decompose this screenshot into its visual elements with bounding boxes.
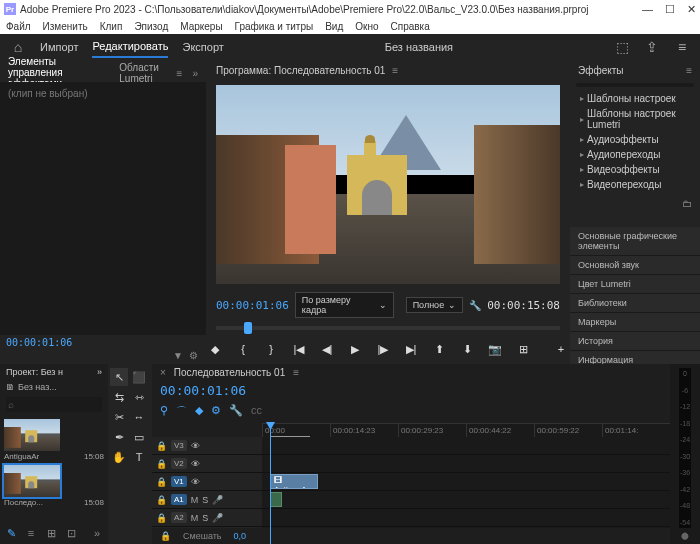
panel-graphics[interactable]: Основные графические элементы	[570, 227, 700, 256]
type-tool[interactable]: T	[130, 448, 148, 466]
selection-tool[interactable]: ↖	[110, 368, 128, 386]
snap-icon[interactable]: ⚲	[160, 404, 168, 419]
mark-in-button[interactable]: {	[234, 340, 252, 358]
project-item[interactable]: Последо...15:08	[4, 465, 104, 507]
menu-sequence[interactable]: Эпизод	[134, 21, 168, 32]
export-frame-button[interactable]: 📷	[486, 340, 504, 358]
mix-value[interactable]: 0,0	[234, 531, 247, 541]
panel-essential-sound[interactable]: Основной звук	[570, 256, 700, 275]
lock-icon[interactable]: 🔒	[156, 477, 167, 487]
close-button[interactable]: ✕	[687, 3, 696, 16]
track-v1[interactable]: V1	[171, 476, 187, 487]
folder-video-effects[interactable]: Видеоэффекты	[576, 162, 694, 177]
lock-icon[interactable]: 🔒	[156, 441, 167, 451]
timeline-timecode[interactable]: 00:00:01:06	[152, 381, 670, 400]
program-menu-icon[interactable]: ≡	[392, 65, 398, 76]
folder-audio-effects[interactable]: Аудиоэффекты	[576, 132, 694, 147]
track-a2[interactable]: A2	[171, 512, 187, 523]
project-item[interactable]: AntiguaAr15:08	[4, 419, 104, 461]
step-forward-button[interactable]: |▶	[374, 340, 392, 358]
sequence-name[interactable]: Последовательность 01	[174, 367, 285, 378]
pen-tool[interactable]: ✒	[110, 428, 128, 446]
minimize-button[interactable]: —	[642, 3, 653, 16]
menu-markers[interactable]: Маркеры	[180, 21, 222, 32]
ripple-edit-tool[interactable]: ⇆	[110, 388, 128, 406]
button-editor-icon[interactable]: +	[552, 340, 570, 358]
folder-presets[interactable]: Шаблоны настроек	[576, 91, 694, 106]
panel-menu-icon[interactable]: ≡	[177, 68, 183, 79]
freeform-view-icon[interactable]: ⊡	[64, 526, 78, 540]
eye-icon[interactable]: 👁	[191, 459, 200, 469]
panel-lumetri-color[interactable]: Цвет Lumetri	[570, 275, 700, 294]
goto-out-button[interactable]: ▶|	[402, 340, 420, 358]
project-chevron2-icon[interactable]: »	[90, 526, 104, 540]
lock-icon[interactable]: 🔒	[156, 459, 167, 469]
effects-menu-icon[interactable]: ≡	[686, 65, 692, 76]
playhead[interactable]	[270, 424, 271, 544]
filter-icon[interactable]: ▼	[173, 350, 183, 364]
menu-clip[interactable]: Клип	[100, 21, 123, 32]
panel-markers[interactable]: Маркеры	[570, 313, 700, 332]
linked-selection-icon[interactable]: ⌒	[176, 404, 187, 419]
eye-icon[interactable]: 👁	[191, 477, 200, 487]
rolling-edit-tool[interactable]: ⇿	[130, 388, 148, 406]
settings-icon[interactable]: ⚙	[189, 350, 198, 364]
effects-search[interactable]	[576, 83, 694, 87]
folder-video-transitions[interactable]: Видеопереходы	[576, 177, 694, 192]
razor-tool[interactable]: ✂	[110, 408, 128, 426]
home-icon[interactable]: ⌂	[10, 39, 26, 55]
lock-icon[interactable]: 🔒	[156, 495, 167, 505]
play-button[interactable]: ▶	[346, 340, 364, 358]
menu-file[interactable]: Файл	[6, 21, 31, 32]
slip-tool[interactable]: ↔	[130, 408, 148, 426]
track-a1[interactable]: A1	[171, 494, 187, 505]
workspace-icon[interactable]: ≡	[674, 39, 690, 55]
menu-edit[interactable]: Изменить	[43, 21, 88, 32]
maximize-button[interactable]: ☐	[665, 3, 675, 16]
extract-button[interactable]: ⬇	[458, 340, 476, 358]
menu-help[interactable]: Справка	[391, 21, 430, 32]
goto-in-button[interactable]: |◀	[290, 340, 308, 358]
lock-icon[interactable]: 🔒	[160, 531, 171, 541]
menu-window[interactable]: Окно	[355, 21, 378, 32]
mic-icon[interactable]: 🎤	[212, 513, 223, 523]
panel-libraries[interactable]: Библиотеки	[570, 294, 700, 313]
effect-controls-timecode[interactable]: 00:00:01:06	[0, 335, 206, 350]
tab-export[interactable]: Экспорт	[182, 37, 223, 57]
program-monitor[interactable]	[216, 85, 560, 284]
quality-dropdown[interactable]: Полное⌄	[406, 297, 464, 313]
step-back-button[interactable]: ◀|	[318, 340, 336, 358]
marker-icon[interactable]: ◆	[195, 404, 203, 419]
program-scrubber[interactable]	[216, 326, 560, 330]
solo-icon[interactable]: ⬤	[681, 532, 689, 540]
panel-chevron-icon[interactable]: »	[192, 68, 198, 79]
folder-audio-transitions[interactable]: Аудиопереходы	[576, 147, 694, 162]
program-timecode-in[interactable]: 00:00:01:06	[216, 299, 289, 312]
folder-lumetri-presets[interactable]: Шаблоны настроек Lumetri	[576, 106, 694, 132]
menu-graphics[interactable]: Графика и титры	[235, 21, 314, 32]
hand-tool[interactable]: ✋	[110, 448, 128, 466]
panel-history[interactable]: История	[570, 332, 700, 351]
cc-icon[interactable]: cc	[251, 404, 262, 419]
wrench-icon[interactable]: 🔧	[469, 300, 481, 311]
mic-icon[interactable]: 🎤	[212, 495, 223, 505]
lock-icon[interactable]: 🔒	[156, 513, 167, 523]
pen-icon[interactable]: ✎	[4, 526, 18, 540]
add-marker-button[interactable]: ◆	[206, 340, 224, 358]
compare-button[interactable]: ⊞	[514, 340, 532, 358]
audio-clip[interactable]	[270, 492, 282, 507]
wrench-icon[interactable]: 🔧	[229, 404, 243, 419]
share-icon[interactable]: ⇪	[644, 39, 660, 55]
project-chevron-icon[interactable]: »	[97, 367, 102, 377]
track-select-tool[interactable]: ⬛	[130, 368, 148, 386]
fit-dropdown[interactable]: По размеру кадра⌄	[295, 292, 394, 318]
settings-icon[interactable]: ⚙	[211, 404, 221, 419]
lift-button[interactable]: ⬆	[430, 340, 448, 358]
list-view-icon[interactable]: ≡	[24, 526, 38, 540]
mark-out-button[interactable]: }	[262, 340, 280, 358]
track-v2[interactable]: V2	[171, 458, 187, 469]
track-v3[interactable]: V3	[171, 440, 187, 451]
menu-view[interactable]: Вид	[325, 21, 343, 32]
rectangle-tool[interactable]: ▭	[130, 428, 148, 446]
timeline-ruler[interactable]: 00:0000:00:14:2300:00:29:2300:00:44:2200…	[262, 423, 670, 437]
